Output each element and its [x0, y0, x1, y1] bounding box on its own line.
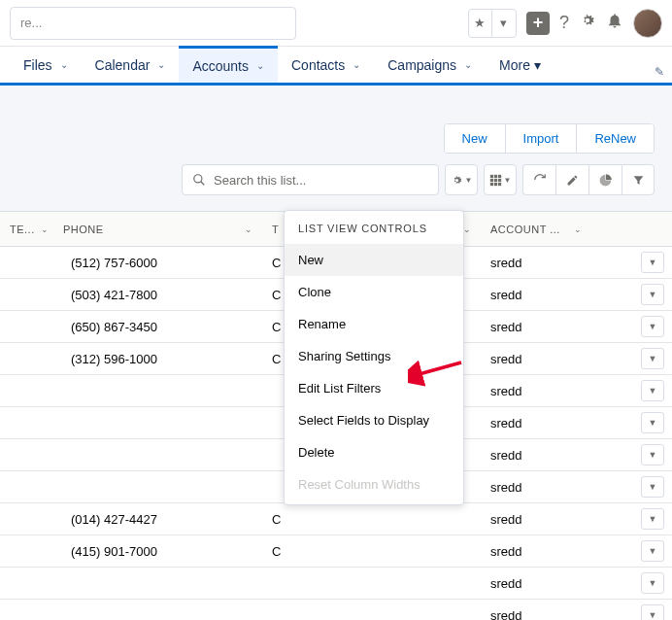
menu-item-delete[interactable]: Delete — [285, 436, 463, 468]
cell-owner: sredd — [481, 384, 633, 398]
nav-accounts[interactable]: Accounts ⌄ — [179, 46, 278, 83]
cell-actions: ▼ — [633, 540, 672, 562]
import-button[interactable]: Import — [505, 124, 577, 153]
table-row[interactable]: sredd▼ — [0, 568, 672, 600]
cell-owner: sredd — [481, 544, 633, 559]
row-actions-button[interactable]: ▼ — [641, 380, 664, 401]
cell-owner: sredd — [481, 416, 633, 431]
cell-actions: ▼ — [633, 380, 672, 401]
cell-actions: ▼ — [633, 444, 672, 465]
header-utility: ★ ▾ + ? — [468, 9, 662, 38]
chevron-down-icon: ⌄ — [157, 59, 165, 70]
row-actions-button[interactable]: ▼ — [641, 604, 664, 620]
svg-rect-4 — [497, 174, 500, 177]
menu-item-edit-list-filters[interactable]: Edit List Filters — [285, 372, 463, 404]
caret-down-icon: ▾ — [534, 57, 541, 73]
svg-rect-3 — [493, 174, 496, 177]
cell-phone: (503) 421-7800 — [53, 288, 262, 302]
menu-item-reset-column-widths: Reset Column Widths — [285, 468, 463, 500]
display-as-button[interactable]: ▼ — [484, 164, 517, 195]
pencil-icon — [566, 174, 579, 187]
menu-item-select-fields-to-display[interactable]: Select Fields to Display — [285, 404, 463, 436]
row-actions-button[interactable]: ▼ — [641, 508, 664, 530]
list-toolbar: Search this list... ▼ ▼ — [0, 160, 672, 199]
nav-calendar[interactable]: Calendar ⌄ — [82, 47, 180, 83]
svg-line-1 — [201, 182, 205, 186]
inline-edit-button[interactable] — [555, 164, 588, 195]
row-actions-button[interactable]: ▼ — [641, 252, 664, 273]
col-account-owner[interactable]: ACCOUNT ... ⌄ — [481, 224, 633, 235]
nav-files[interactable]: Files ⌄ — [10, 47, 82, 83]
chevron-down-icon: ▾ — [492, 10, 516, 37]
nav-contacts[interactable]: Contacts ⌄ — [278, 47, 374, 83]
page-actions: New Import ReNew — [0, 120, 672, 156]
star-icon: ★ — [469, 10, 492, 37]
table-row[interactable]: sredd▼ — [0, 600, 672, 620]
col-label: PHONE — [63, 224, 104, 235]
global-search-input[interactable]: re... — [10, 7, 296, 40]
cell-actions: ▼ — [633, 604, 672, 620]
global-search-text: re... — [20, 16, 42, 30]
user-avatar[interactable] — [633, 9, 662, 38]
caret-down-icon: ▼ — [504, 176, 512, 185]
row-actions-button[interactable]: ▼ — [641, 316, 664, 337]
menu-item-new[interactable]: New — [285, 244, 463, 276]
help-icon[interactable]: ? — [559, 13, 569, 33]
toolbar-action-group — [522, 164, 655, 195]
svg-rect-8 — [489, 182, 492, 185]
notifications-bell-icon[interactable] — [606, 12, 623, 34]
cell-phone: (512) 757-6000 — [53, 256, 262, 270]
svg-rect-10 — [497, 182, 500, 185]
row-actions-button[interactable]: ▼ — [641, 412, 664, 433]
global-add-button[interactable]: + — [526, 12, 550, 35]
row-actions-button[interactable]: ▼ — [641, 284, 664, 305]
row-actions-button[interactable]: ▼ — [641, 348, 664, 369]
favorites-combo[interactable]: ★ ▾ — [468, 9, 517, 38]
menu-item-rename[interactable]: Rename — [285, 308, 463, 340]
nav-label: Accounts — [192, 58, 249, 74]
list-view-controls-menu: LIST VIEW CONTROLS NewCloneRenameSharing… — [284, 210, 464, 505]
cell-owner: sredd — [481, 256, 633, 270]
list-search-input[interactable]: Search this list... — [182, 164, 439, 195]
cell-phone: (312) 596-1000 — [53, 352, 262, 366]
row-actions-button[interactable]: ▼ — [641, 540, 664, 562]
chevron-down-icon: ⌄ — [353, 59, 360, 70]
row-actions-button[interactable]: ▼ — [641, 476, 664, 498]
table-row[interactable]: (014) 427-4427Csredd▼ — [0, 503, 672, 535]
col-label: ACCOUNT ... — [490, 224, 560, 235]
menu-item-sharing-settings[interactable]: Sharing Settings — [285, 340, 463, 372]
chart-button[interactable] — [588, 164, 622, 195]
cell-phone: (014) 427-4427 — [53, 512, 262, 527]
new-button[interactable]: New — [445, 124, 505, 153]
nav-more[interactable]: More ▾ — [486, 47, 554, 83]
chevron-down-icon: ⌄ — [60, 59, 68, 70]
cell-actions: ▼ — [633, 572, 672, 594]
chevron-down-icon: ⌄ — [41, 224, 50, 234]
renew-button[interactable]: ReNew — [576, 124, 654, 153]
filter-icon — [632, 174, 645, 187]
caret-down-icon: ▼ — [465, 176, 473, 185]
action-button-group: New Import ReNew — [444, 123, 655, 154]
row-actions-button[interactable]: ▼ — [641, 444, 664, 465]
col-phone[interactable]: PHONE ⌄ — [53, 224, 262, 235]
cell-owner: sredd — [481, 576, 633, 591]
setup-gear-icon[interactable] — [579, 12, 596, 34]
cell-owner: sredd — [481, 512, 633, 527]
cell-actions: ▼ — [633, 508, 672, 530]
popover-title: LIST VIEW CONTROLS — [285, 211, 463, 244]
filter-button[interactable] — [622, 164, 655, 195]
row-actions-button[interactable]: ▼ — [641, 572, 664, 594]
svg-rect-9 — [493, 182, 496, 185]
col-truncated[interactable]: TE... ⌄ — [0, 224, 53, 235]
edit-nav-icon[interactable]: ✎ — [655, 65, 664, 79]
refresh-button[interactable] — [522, 164, 555, 195]
cell-actions: ▼ — [633, 284, 672, 305]
list-view-controls-button[interactable]: ▼ — [445, 164, 478, 195]
col-label: T — [272, 224, 279, 235]
nav-campaigns[interactable]: Campaigns ⌄ — [374, 47, 486, 83]
chevron-down-icon: ⌄ — [464, 59, 472, 70]
menu-item-clone[interactable]: Clone — [285, 276, 463, 308]
table-row[interactable]: (415) 901-7000Csredd▼ — [0, 535, 672, 568]
cell-owner: sredd — [481, 608, 633, 621]
svg-point-0 — [194, 175, 202, 183]
